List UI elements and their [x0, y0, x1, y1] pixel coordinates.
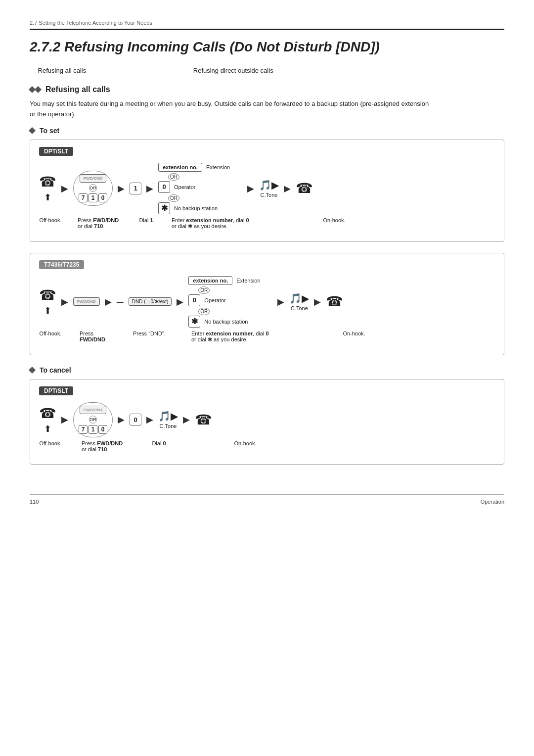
cap-ext: Enter extension number, dial 0or dial ✱ … [172, 217, 266, 230]
cancel-arrow1: ▶ [61, 414, 68, 425]
t7436-diagram-row: ☎ ⬆ ▶ FWD/DND ▶ — DND (→0/✱/ext) ▶ exten… [39, 276, 495, 328]
to-set-heading: To set [30, 127, 504, 135]
onhook-phone-icon: ☎ [296, 180, 313, 196]
t7436-cap-press: PressFWD/DND. [80, 331, 109, 342]
t7436-fwd-top: FWD/DND [77, 299, 96, 304]
ctone-label: C.Tone [261, 192, 278, 198]
or-text-1: OR [89, 186, 96, 190]
operator-label: Operator [174, 184, 195, 190]
ctone-group: 🎵▶ C.Tone [259, 179, 279, 198]
section-diamonds [30, 87, 41, 92]
fwd-dnd-btn: FWD/DND [80, 174, 106, 183]
dpt-set-diagram-row: ☎ ⬆ ▶ FWD/DND OR 7 1 0 ▶ 1 ▶ [39, 163, 495, 214]
cancel-cap-offhook: Off-hook. [39, 440, 62, 446]
t7436-zero-key: 0 [188, 294, 200, 306]
zero-key-row: 0 Operator [158, 181, 242, 193]
ext-sublabel: Extension [206, 164, 230, 170]
dnd-btn: DND (→0/✱/ext) [129, 297, 172, 306]
to-cancel-diamond [29, 367, 36, 374]
or-row2: OR [168, 194, 242, 201]
breadcrumb: 2.7 Setting the Telephone According to Y… [30, 20, 504, 26]
ext-options-block: extension no. Extension OR 0 Operator OR… [158, 163, 242, 214]
page-title: 2.7.2 Refusing Incoming Calls (Do Not Di… [30, 39, 504, 55]
dpt-slt-cancel-label: DPT/SLT [39, 386, 73, 395]
no-backup-label: No backup station [174, 205, 218, 211]
t7436-arrow5: ▶ [314, 296, 321, 307]
bottom-rule [30, 494, 504, 495]
t7436-arrow4: ▶ [277, 296, 284, 307]
dpt-set-caption-row: Off-hook. Press FWD/DNDor dial 710. Dial… [39, 217, 495, 230]
footer-row: 110 Operation [30, 499, 504, 505]
body-text-refusing: You may set this feature during a meetin… [30, 99, 435, 120]
star-key-row: ✱ No backup station [158, 202, 242, 214]
cancel-fwd-btn: FWD/DND [80, 406, 106, 414]
t7436-or1: OR [198, 286, 272, 293]
t7436-fwd-dnd-btn: FWD/DND [73, 297, 100, 306]
t7436-line: — [117, 298, 124, 306]
t7436-no-backup-label: No backup station [204, 319, 248, 325]
section-heading-refusing: Refusing all calls [30, 85, 504, 94]
cancel-arrow2: ▶ [118, 414, 125, 425]
cap-fwd: Press FWD/DNDor dial 710. [78, 217, 122, 229]
t7436-cap-dnd: Press "DND". [133, 331, 178, 336]
t7436-ext-box-row: extension no. Extension [188, 276, 272, 285]
cancel-ctone-group: 🎵▶ C.Tone [158, 410, 178, 429]
t7436-ext-no-box: extension no. [188, 276, 232, 285]
cancel-cap-onhook: On-hook. [233, 440, 258, 446]
t7436-label: T7436/T7235 [39, 260, 84, 269]
dpt-slt-cancel-box: DPT/SLT ☎ ⬆ ▶ FWD/DND OR 7 1 0 ▶ 0 [30, 379, 504, 465]
arrow3: ▶ [146, 183, 153, 194]
page-number: 110 [30, 499, 39, 505]
to-set-diamond [29, 127, 36, 134]
t7436-arrow3: ▶ [177, 296, 183, 307]
cap-dial1: Dial 1. [138, 217, 156, 223]
t7436-arrow2: ▶ [105, 296, 112, 307]
cancel-offhook-group: ☎ ⬆ [39, 405, 56, 434]
ext-no-box: extension no. [158, 163, 202, 172]
keypad-digits-710: 7 1 0 [79, 193, 107, 202]
zero-key: 0 [158, 181, 170, 193]
offhook-group: ☎ ⬆ [39, 174, 56, 203]
t7436-cap-offhook: Off-hook. [39, 331, 62, 336]
t7436-onhook-icon: ☎ [326, 293, 343, 310]
t7436-star-key: ✱ [188, 316, 200, 328]
cancel-keypad-710: 7 1 0 [79, 425, 107, 434]
t7436-music-icon: 🎵▶ [289, 292, 309, 304]
t7436-ctone-label: C.Tone [291, 305, 308, 311]
key-1: 1 [89, 193, 97, 202]
t7436-star-row: ✱ No backup station [188, 316, 272, 328]
cancel-offhook-icon: ☎ [39, 405, 56, 422]
cancel-cap-fwd: Press FWD/DNDor dial 710. [82, 440, 131, 452]
key-0: 0 [98, 193, 107, 202]
cancel-diagram-row: ☎ ⬆ ▶ FWD/DND OR 7 1 0 ▶ 0 ▶ 🎵▶ [39, 402, 495, 437]
fwd-paren-group: FWD/DND OR 7 1 0 [73, 171, 113, 206]
t7436-offhook-arrow: ⬆ [44, 305, 51, 316]
arrow1: ▶ [61, 183, 68, 194]
toc-right: — Refusing direct outside calls [185, 67, 273, 74]
cancel-key-7: 7 [79, 425, 88, 434]
cancel-music-icon: 🎵▶ [158, 410, 178, 422]
fwd-dnd-group: FWD/DND OR 7 1 0 [79, 174, 107, 202]
t7436-arrow1: ▶ [61, 296, 68, 307]
cancel-onhook-icon: ☎ [195, 412, 212, 428]
cancel-fwd-top: FWD/DND [84, 408, 102, 412]
cancel-ctone-label: C.Tone [160, 423, 177, 429]
t7436-or-badge-2: OR [198, 308, 210, 315]
or-circle-1: OR [89, 184, 97, 192]
arrow5: ▶ [284, 183, 291, 194]
arrow4: ▶ [247, 183, 254, 194]
t7436-zero-row: 0 Operator [188, 294, 272, 306]
to-set-label: To set [40, 127, 59, 135]
dpt-slt-label: DPT/SLT [39, 147, 73, 156]
refusing-heading: Refusing all calls [45, 85, 110, 94]
cancel-or-text: OR [89, 417, 96, 422]
top-rule [30, 29, 504, 30]
dpt-slt-set-box: DPT/SLT ☎ ⬆ ▶ FWD/DND OR 7 1 0 ▶ 1 [30, 140, 504, 242]
cancel-cap-dial0: Dial 0. [151, 440, 169, 446]
cancel-arrow3: ▶ [146, 414, 153, 425]
cancel-offhook-arrow: ⬆ [44, 424, 51, 434]
or-row1: OR [168, 173, 242, 180]
key-7: 7 [79, 193, 88, 202]
dial-1-key: 1 [130, 183, 141, 194]
cancel-arrow4: ▶ [183, 414, 190, 425]
